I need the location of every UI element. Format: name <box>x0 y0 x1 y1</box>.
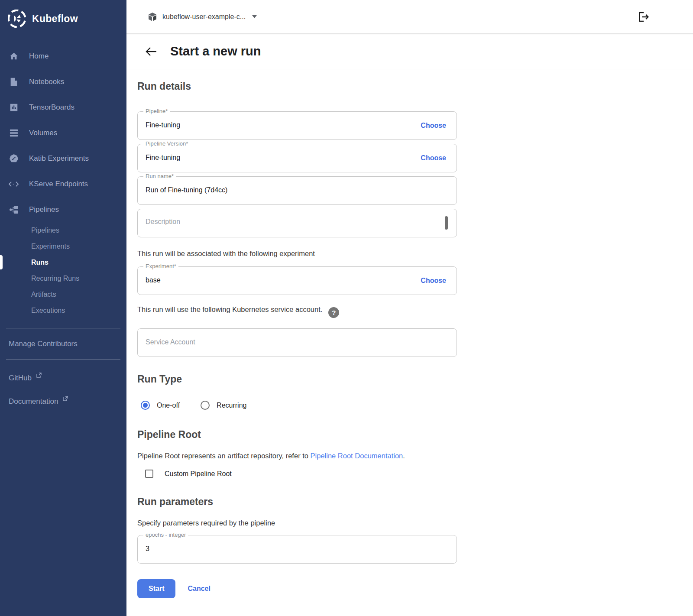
run-name-input[interactable] <box>138 177 393 194</box>
sidebar-nav: Home Notebooks TensorBoards Volumes <box>0 43 126 318</box>
page-header: Start a new run <box>126 34 693 69</box>
back-button[interactable] <box>145 46 157 57</box>
kubeflow-logo-icon <box>8 10 26 28</box>
custom-pipeline-root-checkbox[interactable] <box>145 470 153 478</box>
run-name-field: Run name* <box>137 176 457 205</box>
pipeline-root-description: Pipeline Root represents an artifact rep… <box>137 452 457 460</box>
subnav-label: Executions <box>31 307 65 314</box>
external-link-icon <box>36 373 42 378</box>
sidebar-item-label: Volumes <box>29 129 57 137</box>
subnav-label: Experiments <box>31 243 70 250</box>
form-actions: Start Cancel <box>137 579 457 598</box>
run-type-heading: Run Type <box>137 373 457 385</box>
chevron-down-icon <box>252 15 257 18</box>
github-link-label: GitHub <box>9 374 32 382</box>
topbar: kubeflow-user-example-c... <box>126 0 693 34</box>
description-field <box>137 209 457 237</box>
run-name-field-label: Run name* <box>143 173 176 179</box>
sidebar-item-tensorboards[interactable]: TensorBoards <box>0 94 126 120</box>
pipeline-root-doc-link[interactable]: Pipeline Root Documentation <box>311 452 403 460</box>
sidebar-item-pipelines[interactable]: Pipelines <box>0 197 126 222</box>
cancel-button[interactable]: Cancel <box>188 585 210 593</box>
pipelines-hub-icon <box>9 204 19 214</box>
radio-label: One-off <box>157 402 180 409</box>
external-link-icon <box>63 396 68 401</box>
service-account-note-text: This run will use the following Kubernet… <box>137 305 322 313</box>
radio-selected-icon <box>141 401 150 410</box>
epochs-field: epochs - integer <box>137 535 457 564</box>
subnav-label: Runs <box>31 259 49 266</box>
service-account-input[interactable] <box>138 329 393 346</box>
subnav-item-runs[interactable]: Runs <box>0 254 126 270</box>
pipeline-root-text-after: . <box>403 452 405 460</box>
experiment-note: This run will be associated with the fol… <box>137 250 457 258</box>
pipeline-choose-button[interactable]: Choose <box>421 122 446 130</box>
service-account-note: This run will use the following Kubernet… <box>137 305 457 318</box>
sidebar-item-label: TensorBoards <box>29 103 74 112</box>
sidebar-item-label: KServe Endpoints <box>29 180 88 188</box>
subnav-item-pipelines[interactable]: Pipelines <box>0 222 126 238</box>
sidebar-item-kserve-endpoints[interactable]: KServe Endpoints <box>0 171 126 197</box>
radio-label: Recurring <box>217 402 246 409</box>
kubeflow-logo[interactable]: Kubeflow <box>0 0 126 34</box>
notebook-icon <box>9 77 19 87</box>
documentation-link-label: Documentation <box>9 397 58 405</box>
experiment-input[interactable] <box>138 267 393 284</box>
logout-button[interactable] <box>637 10 650 23</box>
pipeline-field: Pipeline* Choose <box>137 111 457 140</box>
run-details-heading: Run details <box>137 81 693 92</box>
start-button[interactable]: Start <box>137 579 175 598</box>
subnav-label: Recurring Runs <box>31 275 79 282</box>
epochs-field-label: epochs - integer <box>143 532 188 538</box>
subnav-item-recurring-runs[interactable]: Recurring Runs <box>0 270 126 286</box>
sidebar-item-label: Notebooks <box>29 78 64 86</box>
volumes-icon <box>9 128 19 138</box>
pipeline-root-text: Pipeline Root represents an artifact rep… <box>137 452 311 460</box>
experiment-choose-button[interactable]: Choose <box>421 277 446 285</box>
back-arrow-icon <box>145 46 157 57</box>
pipeline-version-input[interactable] <box>138 144 393 162</box>
textarea-resize-handle[interactable] <box>445 216 448 230</box>
sidebar: Kubeflow Home Notebooks TensorBoards <box>0 0 126 616</box>
namespace-selector[interactable]: kubeflow-user-example-c... <box>147 12 257 22</box>
sidebar-item-home[interactable]: Home <box>0 43 126 69</box>
subnav-item-executions[interactable]: Executions <box>0 302 126 318</box>
subnav-label: Artifacts <box>31 291 56 298</box>
experiment-field: Experiment* Choose <box>137 266 457 295</box>
home-icon <box>9 51 19 61</box>
radio-recurring[interactable]: Recurring <box>201 401 246 410</box>
description-input[interactable] <box>138 209 437 235</box>
github-link[interactable]: GitHub <box>0 360 126 383</box>
run-form: Run details Pipeline* Choose Pipeline Ve… <box>126 69 693 616</box>
logout-icon <box>637 10 650 23</box>
pipeline-field-label: Pipeline* <box>143 108 170 114</box>
manage-contributors-link[interactable]: Manage Contributors <box>0 328 126 348</box>
sidebar-item-katib-experiments[interactable]: Katib Experiments <box>0 146 126 171</box>
run-type-options: One-off Recurring <box>141 401 457 410</box>
sidebar-item-label: Home <box>29 52 49 61</box>
epochs-input[interactable] <box>138 535 393 553</box>
help-icon[interactable]: ? <box>328 307 339 318</box>
pipeline-version-field: Pipeline Version* Choose <box>137 144 457 172</box>
subnav-item-experiments[interactable]: Experiments <box>0 238 126 254</box>
experiment-field-label: Experiment* <box>143 263 178 269</box>
app-root: Kubeflow Home Notebooks TensorBoards <box>0 0 693 616</box>
namespace-label: kubeflow-user-example-c... <box>162 13 246 21</box>
sidebar-item-volumes[interactable]: Volumes <box>0 120 126 146</box>
run-parameters-heading: Run parameters <box>137 496 457 508</box>
page-title: Start a new run <box>170 44 261 58</box>
documentation-link[interactable]: Documentation <box>0 383 126 406</box>
main-area: kubeflow-user-example-c... Start a new r… <box>126 0 693 616</box>
pipeline-input[interactable] <box>138 112 393 129</box>
pipeline-version-choose-button[interactable]: Choose <box>421 154 446 162</box>
chart-icon <box>9 102 19 112</box>
sidebar-item-label: Katib Experiments <box>29 154 89 163</box>
katib-icon <box>9 153 19 163</box>
subnav-label: Pipelines <box>31 227 59 234</box>
radio-unselected-icon <box>201 401 210 410</box>
sidebar-item-label: Pipelines <box>29 205 59 214</box>
run-parameters-subtext: Specify parameters required by the pipel… <box>137 519 457 527</box>
radio-one-off[interactable]: One-off <box>141 401 180 410</box>
subnav-item-artifacts[interactable]: Artifacts <box>0 286 126 302</box>
sidebar-item-notebooks[interactable]: Notebooks <box>0 69 126 94</box>
